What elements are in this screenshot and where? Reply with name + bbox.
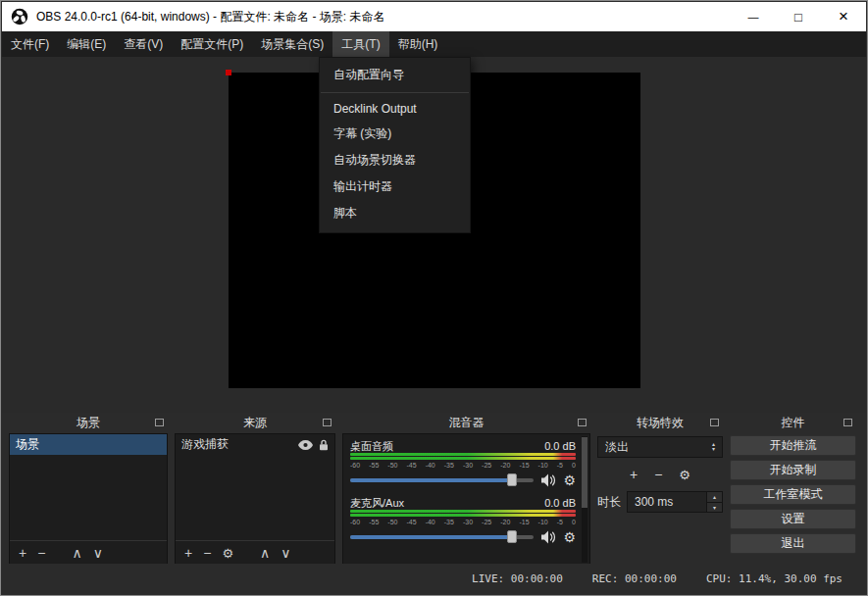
menu-item-auto-scene-switcher[interactable]: 自动场景切换器 [320, 147, 470, 174]
visibility-eye-icon[interactable] [298, 440, 313, 450]
add-scene-button[interactable]: + [19, 546, 26, 560]
channel-settings-gear-icon[interactable]: ⚙ [563, 530, 576, 544]
channel-settings-gear-icon[interactable]: ⚙ [563, 473, 576, 487]
settings-button[interactable]: 设置 [730, 509, 856, 529]
maximize-button[interactable]: □ [776, 2, 821, 31]
duration-label: 时长 [597, 494, 621, 511]
transition-select[interactable]: 淡出 ▴ ▾ [597, 436, 723, 458]
add-source-button[interactable]: + [184, 546, 192, 560]
scenes-dock: 场景 场景 + − ∧ ∨ [9, 413, 168, 566]
move-scene-up-button[interactable]: ∧ [72, 546, 81, 560]
sources-toolbar: + − ⚙ ∧ ∨ [176, 540, 334, 565]
volume-meter [350, 514, 576, 517]
move-source-down-button[interactable]: ∨ [281, 546, 290, 560]
statusbar: LIVE: 00:00:00 REC: 00:00:00 CPU: 11.4%,… [2, 564, 866, 594]
volume-slider-handle[interactable] [507, 473, 517, 486]
menu-edit[interactable]: 编辑(E) [58, 31, 115, 57]
controls-dock-header: 控件 [730, 413, 856, 433]
meter-scale-label: -25 [482, 518, 491, 526]
exit-button[interactable]: 退出 [730, 533, 856, 554]
mixer-dock-body: 桌面音频 0.0 dB -60-55-50-45-40-35-30-25-20-… [342, 433, 590, 566]
scene-list-item[interactable]: 场景 [10, 434, 167, 455]
remove-source-button[interactable]: − [203, 546, 211, 560]
menu-profile[interactable]: 配置文件(P) [172, 31, 252, 57]
dock-float-icon[interactable] [843, 419, 852, 426]
dock-row: 场景 场景 + − ∧ ∨ [2, 413, 866, 566]
menu-item-output-timer[interactable]: 输出计时器 [320, 174, 470, 200]
close-button[interactable]: × [821, 2, 866, 31]
move-scene-down-button[interactable]: ∨ [93, 546, 103, 560]
dock-float-icon[interactable] [323, 419, 332, 426]
meter-scale-label: -40 [426, 461, 435, 470]
meter-scale-label: -25 [482, 461, 491, 470]
move-source-up-button[interactable]: ∧ [260, 546, 270, 560]
start-streaming-button[interactable]: 开始推流 [730, 435, 856, 456]
mixer-scrollbar[interactable] [582, 436, 587, 563]
minimize-icon: — [748, 11, 759, 23]
controls-dock: 控件 开始推流 开始录制 工作室模式 设置 退出 [730, 413, 856, 566]
volume-slider[interactable] [350, 535, 534, 539]
transition-properties-gear-icon[interactable]: ⚙ [679, 469, 690, 481]
menu-separator [321, 92, 469, 93]
menu-file[interactable]: 文件(F) [2, 31, 58, 57]
menu-item-auto-config-wizard[interactable]: 自动配置向导 [320, 62, 470, 88]
window-controls: — □ × [731, 2, 866, 31]
meter-scale-label: -30 [463, 461, 473, 470]
controls-dock-body: 开始推流 开始录制 工作室模式 设置 退出 [730, 433, 856, 566]
menu-tools[interactable]: 工具(T) [332, 31, 388, 57]
volume-slider-fill [350, 535, 512, 539]
dock-float-icon[interactable] [710, 419, 719, 426]
transition-toolbar: + − ⚙ [597, 465, 723, 484]
duration-increment-button[interactable]: ▴ [707, 492, 722, 502]
sources-dock: 来源 游戏捕获 [175, 413, 335, 566]
source-item-icons [298, 439, 329, 451]
meter-scale-label: -30 [463, 518, 473, 526]
volume-slider[interactable] [350, 478, 534, 482]
menu-view[interactable]: 查看(V) [115, 31, 172, 57]
meter-scale-label: -40 [426, 518, 435, 526]
speaker-icon[interactable] [540, 530, 556, 544]
dock-float-icon[interactable] [578, 419, 587, 426]
close-icon: × [839, 7, 848, 26]
minimize-button[interactable]: — [731, 2, 776, 31]
speaker-icon[interactable] [540, 473, 556, 487]
duration-decrement-button[interactable]: ▾ [707, 502, 722, 513]
menu-item-decklink-output[interactable]: Decklink Output [320, 97, 470, 121]
start-recording-button[interactable]: 开始录制 [730, 460, 856, 480]
titlebar: OBS 24.0.0-rc1 (64-bit, windows) - 配置文件:… [2, 2, 866, 31]
meter-scale-label: -20 [500, 461, 510, 470]
add-transition-button[interactable]: + [630, 468, 638, 481]
studio-mode-button[interactable]: 工作室模式 [730, 484, 856, 505]
meter-scale-label: 0 [572, 518, 576, 526]
menu-item-captions[interactable]: 字幕 (实验) [320, 121, 470, 147]
source-properties-gear-icon[interactable]: ⚙ [222, 547, 233, 560]
meter-scale: -60-55-50-45-40-35-30-25-20-15-10-50 [350, 518, 576, 526]
menu-scene-collection[interactable]: 场景集合(S) [252, 31, 332, 57]
meter-scale-label: -45 [406, 518, 416, 526]
remove-scene-button[interactable]: − [37, 546, 45, 560]
duration-spinbox[interactable]: 300 ms ▴ ▾ [627, 491, 723, 513]
dock-float-icon[interactable] [155, 419, 164, 426]
transitions-dock-header: 转场特效 [597, 413, 723, 433]
scenes-dock-body: 场景 + − ∧ ∨ [9, 433, 168, 566]
mixer-scrollbar-thumb[interactable] [582, 437, 587, 508]
channel-name: 麦克风/Aux [350, 496, 404, 511]
volume-slider-handle[interactable] [507, 530, 517, 543]
meter-scale-label: -5 [557, 518, 563, 526]
window-title: OBS 24.0.0-rc1 (64-bit, windows) - 配置文件:… [36, 9, 384, 25]
menu-item-scripts[interactable]: 脚本 [320, 200, 470, 226]
meter-scale-label: -55 [369, 461, 379, 470]
meter-scale-label: -60 [350, 461, 360, 470]
scenes-list: 场景 [10, 434, 167, 540]
mixer-dock-header: 混音器 [342, 413, 590, 433]
meter-scale: -60-55-50-45-40-35-30-25-20-15-10-50 [350, 461, 576, 470]
live-time: LIVE: 00:00:00 [472, 572, 563, 585]
controls-dock-title: 控件 [782, 415, 805, 431]
lock-icon[interactable] [319, 439, 329, 451]
transitions-dock: 转场特效 淡出 ▴ ▾ + − ⚙ 时长 [597, 413, 723, 566]
meter-scale-label: -15 [519, 461, 529, 470]
source-list-item[interactable]: 游戏捕获 [176, 434, 334, 455]
remove-transition-button[interactable]: − [654, 468, 662, 481]
menu-help[interactable]: 帮助(H) [389, 31, 447, 57]
obs-logo-icon [11, 8, 28, 25]
